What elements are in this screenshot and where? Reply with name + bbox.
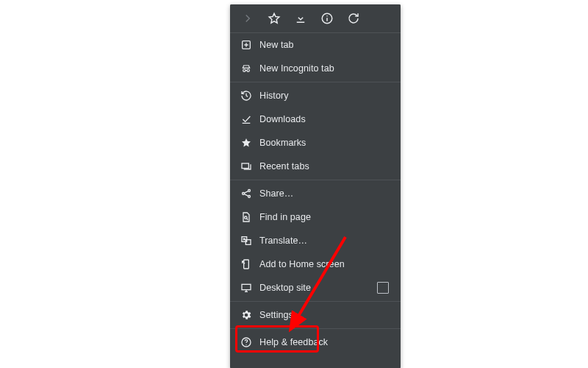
menu-divider xyxy=(230,82,401,82)
refresh-icon[interactable] xyxy=(340,5,367,32)
menu-item-label: Settings xyxy=(259,310,293,320)
add-to-home-icon xyxy=(240,258,259,270)
menu-item-label: Recent tabs xyxy=(259,161,309,171)
menu-item-label: Add to Home screen xyxy=(259,259,345,269)
svg-line-17 xyxy=(244,194,248,197)
star-icon[interactable] xyxy=(261,5,287,32)
help-icon xyxy=(240,336,259,348)
menu-item-label: History xyxy=(259,91,289,101)
plus-square-icon xyxy=(240,39,259,51)
svg-point-7 xyxy=(243,69,245,71)
info-icon[interactable] xyxy=(314,5,340,32)
menu-item-label: Find in page xyxy=(259,212,311,222)
svg-marker-11 xyxy=(242,138,251,146)
svg-point-30 xyxy=(245,344,246,345)
desktop-icon xyxy=(240,282,259,294)
menu-bookmarks[interactable]: Bookmarks xyxy=(230,131,401,155)
svg-point-13 xyxy=(248,190,251,192)
download-done-icon xyxy=(240,113,259,125)
svg-rect-26 xyxy=(242,284,251,289)
svg-point-8 xyxy=(247,69,249,71)
download-toolbar-icon[interactable] xyxy=(287,5,314,32)
menu-item-label: Share… xyxy=(259,188,293,199)
forward-icon xyxy=(234,5,261,32)
menu-item-label: Bookmarks xyxy=(259,138,306,148)
menu-downloads[interactable]: Downloads xyxy=(230,107,401,131)
svg-point-15 xyxy=(248,196,251,198)
svg-marker-0 xyxy=(269,13,279,23)
chrome-overflow-menu: New tab New Incognito tab History Downlo… xyxy=(230,4,401,368)
svg-line-19 xyxy=(247,219,248,220)
svg-point-3 xyxy=(326,15,328,17)
menu-item-label: Help & feedback xyxy=(259,337,328,347)
translate-icon xyxy=(240,235,259,247)
incognito-icon xyxy=(240,63,259,74)
menu-item-label: Desktop site xyxy=(259,283,311,293)
menu-recent-tabs[interactable]: Recent tabs xyxy=(230,155,401,178)
svg-point-14 xyxy=(243,193,245,195)
bookmark-star-icon xyxy=(240,137,259,149)
menu-divider xyxy=(230,328,401,329)
svg-line-16 xyxy=(244,191,248,194)
menu-item-label: Translate… xyxy=(259,236,307,246)
find-in-page-icon xyxy=(240,211,259,223)
menu-add-to-home[interactable]: Add to Home screen xyxy=(230,252,401,276)
menu-history[interactable]: History xyxy=(230,84,401,107)
menu-find-in-page[interactable]: Find in page xyxy=(230,205,401,229)
menu-divider xyxy=(230,301,401,302)
svg-rect-24 xyxy=(244,260,249,269)
menu-item-label: Downloads xyxy=(259,114,306,124)
menu-item-label: New tab xyxy=(259,40,294,50)
svg-point-18 xyxy=(245,216,247,219)
menu-toolbar xyxy=(230,4,401,33)
history-icon xyxy=(240,90,259,102)
menu-desktop-site[interactable]: Desktop site xyxy=(230,276,401,300)
menu-item-label: New Incognito tab xyxy=(259,63,334,74)
gear-icon xyxy=(240,309,259,321)
menu-translate[interactable]: Translate… xyxy=(230,229,401,252)
menu-new-incognito-tab[interactable]: New Incognito tab xyxy=(230,57,401,80)
menu-settings[interactable]: Settings xyxy=(230,303,401,327)
menu-help-feedback[interactable]: Help & feedback xyxy=(230,330,401,354)
desktop-site-checkbox[interactable] xyxy=(377,282,389,294)
svg-rect-12 xyxy=(242,163,248,169)
recent-tabs-icon xyxy=(240,160,259,172)
menu-divider xyxy=(230,180,401,180)
menu-new-tab[interactable]: New tab xyxy=(230,33,401,57)
share-icon xyxy=(240,188,259,199)
menu-share[interactable]: Share… xyxy=(230,182,401,205)
